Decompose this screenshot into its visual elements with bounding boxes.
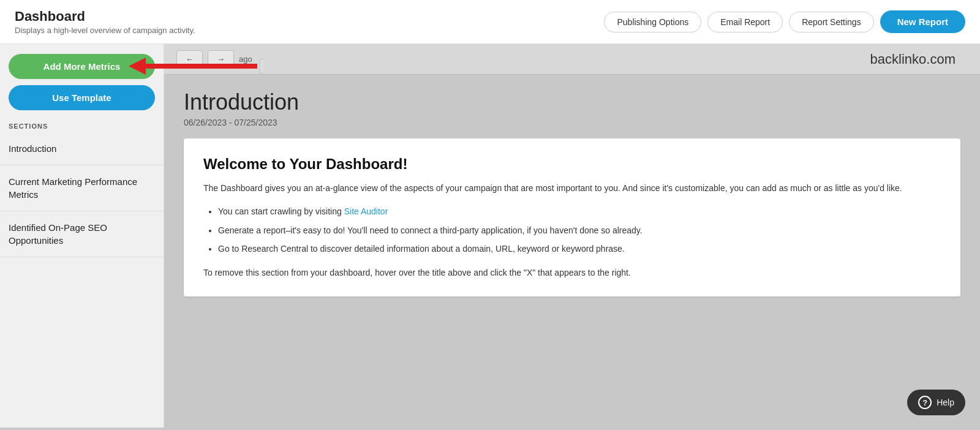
sidebar-top: Add More Metrics Use Template [0, 44, 164, 116]
help-label: Help [937, 398, 954, 407]
list-item: You can start crawling by visiting Site … [218, 205, 941, 218]
content-area: Introduction 06/26/2023 - 07/25/2023 Wel… [164, 75, 980, 428]
sidebar-item-introduction[interactable]: Introduction [0, 132, 164, 165]
help-icon: ? [918, 396, 932, 409]
undo-button[interactable]: ← [176, 50, 203, 68]
sidebar-nav: Introduction Current Marketing Performan… [0, 132, 164, 257]
publishing-options-button[interactable]: Publishing Options [604, 12, 701, 32]
list-item: Generate a report–it's easy to do! You'l… [218, 224, 941, 237]
header: Dashboard Displays a high-level overview… [0, 0, 980, 44]
app-subtitle: Displays a high-level overview of campai… [15, 26, 195, 35]
card-list: You can start crawling by visiting Site … [203, 205, 941, 255]
section-title: Introduction [184, 89, 960, 115]
new-report-button[interactable]: New Report [880, 10, 965, 33]
content-card: Welcome to Your Dashboard! The Dashboard… [184, 138, 960, 296]
list-item: Go to Research Central to discover detai… [218, 242, 941, 255]
site-auditor-link[interactable]: Site Auditor [344, 206, 388, 216]
add-more-metrics-button[interactable]: Add More Metrics [9, 54, 155, 79]
card-footer-text: To remove this section from your dashboa… [203, 266, 941, 279]
undo-label: ago [239, 55, 252, 64]
sidebar-item-seo-opportunities[interactable]: Identified On-Page SEO Opportunities [0, 211, 164, 257]
section-date: 06/26/2023 - 07/25/2023 [184, 118, 960, 127]
use-template-button[interactable]: Use Template [9, 85, 155, 110]
card-heading: Welcome to Your Dashboard! [203, 156, 941, 173]
help-button[interactable]: ? Help [907, 390, 965, 415]
site-url-display: backlinko.com [870, 51, 968, 67]
sidebar-item-marketing-metrics[interactable]: Current Marketing Performance Metrics [0, 165, 164, 211]
header-actions: Publishing Options Email Report Report S… [604, 10, 965, 33]
main-content: ← → ago backlinko.com Introduction 06/26… [164, 44, 980, 428]
card-intro: The Dashboard gives you an at-a-glance v… [203, 181, 941, 195]
sections-label: SECTIONS [0, 116, 164, 132]
sidebar: Add More Metrics Use Template ago SECTIO… [0, 44, 164, 428]
email-report-button[interactable]: Email Report [707, 12, 783, 32]
report-settings-button[interactable]: Report Settings [789, 12, 874, 32]
app-title: Dashboard [15, 9, 195, 25]
toolbar-left: ← → ago [176, 50, 252, 68]
redo-button[interactable]: → [208, 50, 234, 68]
header-left: Dashboard Displays a high-level overview… [15, 9, 195, 35]
main-toolbar: ← → ago backlinko.com [164, 44, 980, 75]
body-layout: Add More Metrics Use Template ago SECTIO… [0, 44, 980, 428]
